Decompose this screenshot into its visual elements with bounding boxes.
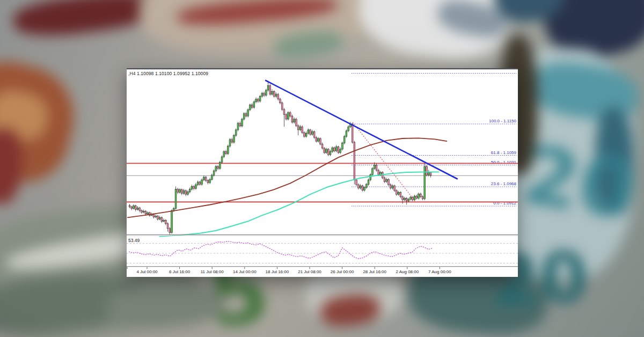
x-axis-tick-label: 18 Jul 16:00	[266, 269, 289, 274]
descending-trendline[interactable]	[266, 80, 457, 179]
svg-text:0.0 - 1.0912: 0.0 - 1.0912	[493, 201, 516, 206]
oscillator-line	[129, 241, 433, 259]
indicator-value-label: 53.49	[128, 238, 140, 243]
svg-text:61.8 - 1.1059: 61.8 - 1.1059	[491, 150, 517, 155]
svg-text:100.0 - 1.1150: 100.0 - 1.1150	[489, 119, 517, 123]
x-axis-tick-label: 14 Jul 00:00	[233, 269, 257, 274]
candlesticks	[129, 81, 431, 235]
x-axis-tick-label: 2 Aug 08:00	[396, 269, 419, 274]
x-axis-tick-label: 21 Jul 08:00	[298, 269, 321, 274]
banknote-blob	[12, 0, 160, 41]
x-axis-tick-label: 28 Jul 16:00	[363, 269, 386, 274]
fib-retracement[interactable]: 100.0 - 1.115061.8 - 1.105950.0 - 1.1031…	[352, 73, 516, 206]
chart-quote-line: ,H4 1.10098 1.10100 1.09952 1.10009	[128, 71, 208, 76]
x-axis-tick-label: 11 Jul 08:00	[201, 269, 224, 274]
banknote-20-numeral: 20	[518, 134, 641, 231]
x-axis-tick-label: 6 Jul 16:00	[169, 269, 191, 274]
x-axis-tick-label: 7 Aug 00:00	[428, 269, 451, 274]
chart-canvas[interactable]: 100.0 - 1.115061.8 - 1.105950.0 - 1.1031…	[127, 68, 518, 277]
x-axis-tick-label: 26 Jul 00:00	[331, 269, 354, 274]
screenshot-root: { "header": { "quote_line": ",H4 1.10098…	[0, 0, 644, 337]
pane-separator[interactable]	[127, 235, 518, 236]
chart-window: 100.0 - 1.115061.8 - 1.105950.0 - 1.1031…	[127, 68, 518, 277]
svg-text:23.6 - 1.0968: 23.6 - 1.0968	[491, 181, 517, 186]
x-axis-tick-label: 4 Jul 00:00	[136, 269, 158, 274]
horizontal-lines[interactable]	[127, 163, 518, 202]
x-axis: 4 Jul 00:006 Jul 16:0011 Jul 08:0014 Jul…	[127, 267, 518, 274]
oscillator-pane	[127, 241, 518, 263]
